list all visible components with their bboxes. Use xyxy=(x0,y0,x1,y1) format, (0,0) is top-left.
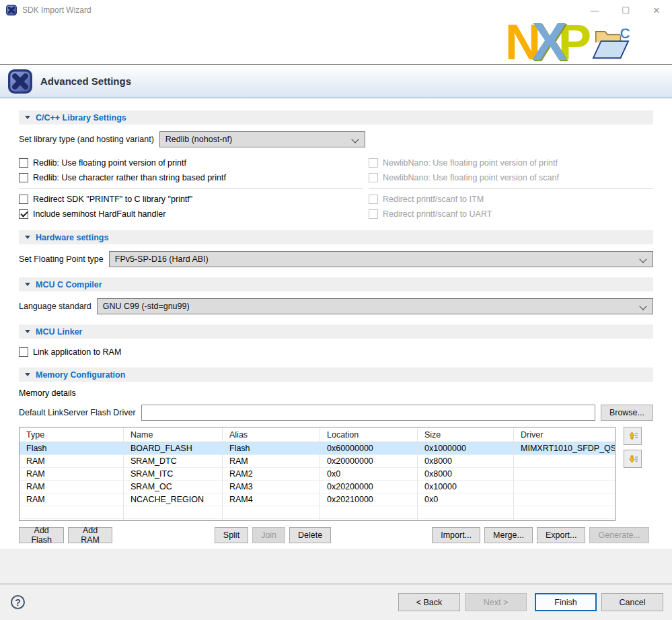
checkbox-box xyxy=(19,347,28,357)
checkbox-semihost-hardfault[interactable]: Include semihost HardFault handler xyxy=(19,207,363,221)
memory-details-label: Memory details xyxy=(19,388,653,398)
floating-point-dropdown[interactable]: FPv5-SP-D16 (Hard ABI) xyxy=(109,251,653,267)
table-row[interactable]: RAM NCACHE_REGION RAM4 0x20210000 0x0 xyxy=(20,493,615,506)
help-icon[interactable]: ? xyxy=(11,595,25,609)
table-row-empty xyxy=(20,506,615,519)
footer: ? < Back Next > Finish Cancel xyxy=(0,584,672,620)
checkbox-box xyxy=(19,158,28,168)
checkbox-redlib-char-printf[interactable]: Redlib: Use character rather than string… xyxy=(19,170,363,185)
delete-button[interactable]: Delete xyxy=(289,527,331,543)
checkbox-redlib-float-printf[interactable]: Redlib: Use floating point version of pr… xyxy=(19,156,363,170)
checkbox-newlibnano-float-printf: NewlibNano: Use floating point version o… xyxy=(369,156,653,170)
checkbox-redirect-uart: Redirect printf/scanf to UART xyxy=(369,207,653,221)
col-type[interactable]: Type xyxy=(20,427,124,442)
flash-driver-input[interactable] xyxy=(141,405,595,421)
folder-letter: C xyxy=(620,26,630,41)
collapse-arrow-icon xyxy=(25,236,30,239)
section-memory-configuration[interactable]: Memory Configuration xyxy=(19,368,653,382)
join-button: Join xyxy=(252,527,285,543)
language-standard-dropdown[interactable]: GNU C99 (-std=gnu99) xyxy=(97,298,653,314)
nxp-letter-x: X xyxy=(531,20,558,63)
merge-button[interactable]: Merge... xyxy=(484,527,533,543)
collapse-arrow-icon xyxy=(25,330,30,333)
library-checkbox-column-right: NewlibNano: Use floating point version o… xyxy=(369,156,653,221)
language-standard-label: Language standard xyxy=(19,302,91,311)
floating-point-value: FPv5-SP-D16 (Hard ABI) xyxy=(115,254,209,264)
checkbox-box xyxy=(369,173,378,182)
divider xyxy=(369,188,653,188)
content: C/C++ Library Settings Set library type … xyxy=(0,98,672,549)
add-flash-button[interactable]: Add Flash xyxy=(19,527,64,543)
export-button[interactable]: Export... xyxy=(537,527,586,543)
close-button[interactable]: ✕ xyxy=(641,0,672,20)
library-type-label: Set library type (and hosting variant) xyxy=(19,135,154,144)
section-title: Hardware settings xyxy=(36,233,108,242)
floating-point-label: Set Floating Point type xyxy=(19,254,104,264)
collapse-arrow-icon xyxy=(25,373,30,376)
col-location[interactable]: Location xyxy=(320,427,418,442)
col-size[interactable]: Size xyxy=(418,427,514,442)
table-empty-area xyxy=(20,519,615,520)
section-title: MCU Linker xyxy=(36,327,82,337)
minimize-button[interactable]: — xyxy=(579,0,610,20)
table-row[interactable]: RAM SRAM_OC RAM3 0x20200000 0x10000 xyxy=(20,481,615,493)
checkbox-box xyxy=(19,209,28,219)
browse-button[interactable]: Browse... xyxy=(601,405,653,421)
checkbox-redirect-itm: Redirect printf/scanf to ITM xyxy=(369,192,653,207)
section-title: Memory Configuration xyxy=(36,370,125,380)
finish-button[interactable]: Finish xyxy=(535,593,597,611)
library-type-dropdown[interactable]: Redlib (nohost-nf) xyxy=(159,131,365,147)
nxp-logo: N X P C xyxy=(505,20,630,63)
section-hardware-settings[interactable]: Hardware settings xyxy=(19,230,653,244)
col-driver[interactable]: Driver xyxy=(514,427,615,442)
col-alias[interactable]: Alias xyxy=(223,427,320,442)
divider xyxy=(19,188,363,188)
language-standard-value: GNU C99 (-std=gnu99) xyxy=(103,302,190,311)
library-checkbox-column-left: Redlib: Use floating point version of pr… xyxy=(19,156,363,221)
move-down-icon xyxy=(627,453,638,464)
nxp-letters: N X P xyxy=(505,20,582,63)
app-x-icon xyxy=(6,5,17,15)
nxp-letter-p: P xyxy=(558,22,582,63)
checkbox-box xyxy=(369,209,378,219)
section-title: MCU C Compiler xyxy=(36,280,102,289)
col-name[interactable]: Name xyxy=(124,427,223,442)
move-up-icon xyxy=(627,430,638,442)
table-row[interactable]: Flash BOARD_FLASH Flash 0x60000000 0x100… xyxy=(20,442,615,455)
move-down-button[interactable] xyxy=(624,450,642,468)
window-title: SDK Import Wizard xyxy=(22,5,91,15)
checkbox-box xyxy=(19,173,28,182)
library-type-value: Redlib (nohost-nf) xyxy=(165,135,232,144)
import-button[interactable]: Import... xyxy=(432,527,480,543)
generate-button: Generate... xyxy=(589,527,649,543)
folder-c-icon: C xyxy=(591,26,630,62)
cancel-button[interactable]: Cancel xyxy=(601,593,663,611)
section-title: C/C++ Library Settings xyxy=(36,113,126,123)
split-button[interactable]: Split xyxy=(215,527,248,543)
flash-driver-label: Default LinkServer Flash Driver xyxy=(19,408,136,417)
section-library-settings[interactable]: C/C++ Library Settings xyxy=(19,110,653,125)
mcuxpresso-x-icon xyxy=(8,69,32,94)
nxp-letter-n: N xyxy=(505,22,531,63)
maximize-button[interactable]: ☐ xyxy=(610,0,641,20)
collapse-arrow-icon xyxy=(25,116,30,119)
checkbox-box xyxy=(19,195,28,204)
checkbox-box xyxy=(369,158,378,168)
section-mcu-linker[interactable]: MCU Linker xyxy=(19,324,653,339)
checkbox-redirect-sdk-printf[interactable]: Redirect SDK "PRINTF" to C library "prin… xyxy=(19,192,363,207)
section-mcu-c-compiler[interactable]: MCU C Compiler xyxy=(19,277,653,291)
checkbox-newlibnano-float-scanf: NewlibNano: Use floating point version o… xyxy=(369,170,653,185)
collapse-arrow-icon xyxy=(25,283,30,286)
memory-table-header[interactable]: Type Name Alias Location Size Driver xyxy=(20,427,615,442)
checkbox-link-application-to-ram[interactable]: Link application to RAM xyxy=(19,345,653,359)
memory-table: Type Name Alias Location Size Driver Fla… xyxy=(19,427,615,521)
move-up-button[interactable] xyxy=(624,427,642,445)
next-button: Next > xyxy=(465,593,527,611)
footer-gap xyxy=(0,549,672,584)
back-button[interactable]: < Back xyxy=(398,593,460,611)
logo-row: N X P C xyxy=(0,20,672,65)
checkbox-box xyxy=(369,195,378,204)
table-row[interactable]: RAM SRAM_ITC RAM2 0x0 0x8000 xyxy=(20,468,615,481)
add-ram-button[interactable]: Add RAM xyxy=(68,527,112,543)
table-row[interactable]: RAM SRAM_DTC RAM 0x20000000 0x8000 xyxy=(20,455,615,468)
